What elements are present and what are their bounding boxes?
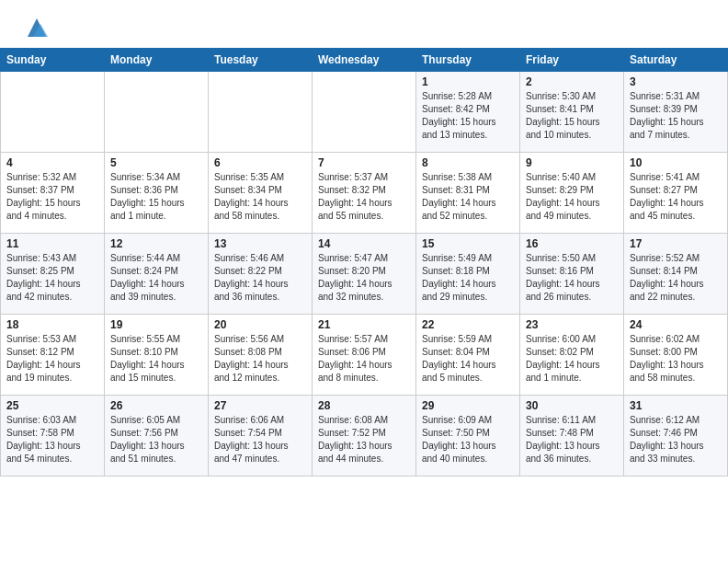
day-number: 17 (630, 237, 722, 250)
day-number: 26 (110, 399, 202, 412)
calendar-day-cell: 4Sunrise: 5:32 AM Sunset: 8:37 PM Daylig… (1, 153, 105, 234)
logo (18, 15, 50, 40)
calendar-week-row: 11Sunrise: 5:43 AM Sunset: 8:25 PM Dayli… (1, 234, 728, 315)
calendar-day-cell: 18Sunrise: 5:53 AM Sunset: 8:12 PM Dayli… (1, 315, 105, 396)
calendar-day-cell (105, 72, 209, 153)
day-info: Sunrise: 6:02 AM Sunset: 8:00 PM Dayligh… (630, 333, 722, 385)
calendar-day-cell: 17Sunrise: 5:52 AM Sunset: 8:14 PM Dayli… (624, 234, 728, 315)
calendar-day-cell: 23Sunrise: 6:00 AM Sunset: 8:02 PM Dayli… (520, 315, 624, 396)
calendar-day-cell: 30Sunrise: 6:11 AM Sunset: 7:48 PM Dayli… (520, 396, 624, 477)
day-info: Sunrise: 5:43 AM Sunset: 8:25 PM Dayligh… (6, 252, 98, 304)
day-number: 4 (6, 156, 98, 169)
day-number: 25 (6, 399, 98, 412)
calendar-day-cell: 7Sunrise: 5:37 AM Sunset: 8:32 PM Daylig… (313, 153, 416, 234)
day-number: 16 (526, 237, 618, 250)
day-number: 5 (110, 156, 202, 169)
day-info: Sunrise: 5:31 AM Sunset: 8:39 PM Dayligh… (630, 90, 722, 142)
day-number: 18 (6, 318, 98, 331)
page-header (0, 0, 728, 48)
day-number: 24 (630, 318, 722, 331)
calendar-header-row: SundayMondayTuesdayWednesdayThursdayFrid… (1, 49, 728, 72)
day-info: Sunrise: 5:49 AM Sunset: 8:18 PM Dayligh… (422, 252, 514, 304)
calendar-day-cell: 5Sunrise: 5:34 AM Sunset: 8:36 PM Daylig… (105, 153, 209, 234)
calendar-day-cell (313, 72, 416, 153)
day-number: 19 (110, 318, 202, 331)
calendar-day-cell (209, 72, 313, 153)
calendar-day-cell: 20Sunrise: 5:56 AM Sunset: 8:08 PM Dayli… (209, 315, 313, 396)
calendar-day-cell: 22Sunrise: 5:59 AM Sunset: 8:04 PM Dayli… (416, 315, 520, 396)
day-number: 2 (526, 75, 618, 88)
weekday-header-tuesday: Tuesday (209, 49, 313, 72)
calendar-day-cell: 2Sunrise: 5:30 AM Sunset: 8:41 PM Daylig… (520, 72, 624, 153)
day-number: 30 (526, 399, 618, 412)
calendar-day-cell: 21Sunrise: 5:57 AM Sunset: 8:06 PM Dayli… (313, 315, 416, 396)
day-number: 20 (214, 318, 306, 331)
day-number: 7 (318, 156, 410, 169)
weekday-header-sunday: Sunday (1, 49, 105, 72)
calendar-day-cell: 12Sunrise: 5:44 AM Sunset: 8:24 PM Dayli… (105, 234, 209, 315)
calendar-day-cell: 1Sunrise: 5:28 AM Sunset: 8:42 PM Daylig… (416, 72, 520, 153)
calendar-day-cell: 13Sunrise: 5:46 AM Sunset: 8:22 PM Dayli… (209, 234, 313, 315)
day-info: Sunrise: 5:38 AM Sunset: 8:31 PM Dayligh… (422, 171, 514, 223)
calendar-day-cell: 15Sunrise: 5:49 AM Sunset: 8:18 PM Dayli… (416, 234, 520, 315)
calendar-day-cell: 28Sunrise: 6:08 AM Sunset: 7:52 PM Dayli… (313, 396, 416, 477)
day-info: Sunrise: 5:37 AM Sunset: 8:32 PM Dayligh… (318, 171, 410, 223)
day-info: Sunrise: 5:28 AM Sunset: 8:42 PM Dayligh… (422, 90, 514, 142)
calendar-day-cell: 8Sunrise: 5:38 AM Sunset: 8:31 PM Daylig… (416, 153, 520, 234)
day-number: 8 (422, 156, 514, 169)
weekday-header-thursday: Thursday (416, 49, 520, 72)
calendar-day-cell: 27Sunrise: 6:06 AM Sunset: 7:54 PM Dayli… (209, 396, 313, 477)
calendar-day-cell: 16Sunrise: 5:50 AM Sunset: 8:16 PM Dayli… (520, 234, 624, 315)
day-info: Sunrise: 5:34 AM Sunset: 8:36 PM Dayligh… (110, 171, 202, 223)
day-info: Sunrise: 6:06 AM Sunset: 7:54 PM Dayligh… (214, 414, 306, 465)
day-info: Sunrise: 5:41 AM Sunset: 8:27 PM Dayligh… (630, 171, 722, 223)
day-info: Sunrise: 6:08 AM Sunset: 7:52 PM Dayligh… (318, 414, 410, 465)
weekday-header-saturday: Saturday (624, 49, 728, 72)
day-info: Sunrise: 6:00 AM Sunset: 8:02 PM Dayligh… (526, 333, 618, 385)
day-info: Sunrise: 6:09 AM Sunset: 7:50 PM Dayligh… (422, 414, 514, 465)
day-number: 29 (422, 399, 514, 412)
calendar-day-cell (1, 72, 105, 153)
calendar-table: SundayMondayTuesdayWednesdayThursdayFrid… (0, 48, 728, 477)
day-info: Sunrise: 5:53 AM Sunset: 8:12 PM Dayligh… (6, 333, 98, 385)
day-info: Sunrise: 5:46 AM Sunset: 8:22 PM Dayligh… (214, 252, 306, 304)
calendar-week-row: 1Sunrise: 5:28 AM Sunset: 8:42 PM Daylig… (1, 72, 728, 153)
weekday-header-friday: Friday (520, 49, 624, 72)
calendar-day-cell: 29Sunrise: 6:09 AM Sunset: 7:50 PM Dayli… (416, 396, 520, 477)
day-number: 3 (630, 75, 722, 88)
calendar-week-row: 18Sunrise: 5:53 AM Sunset: 8:12 PM Dayli… (1, 315, 728, 396)
weekday-header-wednesday: Wednesday (313, 49, 416, 72)
calendar-week-row: 25Sunrise: 6:03 AM Sunset: 7:58 PM Dayli… (1, 396, 728, 477)
day-info: Sunrise: 5:32 AM Sunset: 8:37 PM Dayligh… (6, 171, 98, 223)
day-number: 22 (422, 318, 514, 331)
calendar-day-cell: 24Sunrise: 6:02 AM Sunset: 8:00 PM Dayli… (624, 315, 728, 396)
day-info: Sunrise: 5:52 AM Sunset: 8:14 PM Dayligh… (630, 252, 722, 304)
logo-icon (24, 15, 50, 40)
day-info: Sunrise: 6:05 AM Sunset: 7:56 PM Dayligh… (110, 414, 202, 465)
day-number: 15 (422, 237, 514, 250)
day-number: 23 (526, 318, 618, 331)
day-info: Sunrise: 5:59 AM Sunset: 8:04 PM Dayligh… (422, 333, 514, 385)
day-number: 12 (110, 237, 202, 250)
calendar-day-cell: 26Sunrise: 6:05 AM Sunset: 7:56 PM Dayli… (105, 396, 209, 477)
calendar-day-cell: 3Sunrise: 5:31 AM Sunset: 8:39 PM Daylig… (624, 72, 728, 153)
day-info: Sunrise: 5:30 AM Sunset: 8:41 PM Dayligh… (526, 90, 618, 142)
day-info: Sunrise: 5:44 AM Sunset: 8:24 PM Dayligh… (110, 252, 202, 304)
day-info: Sunrise: 6:03 AM Sunset: 7:58 PM Dayligh… (6, 414, 98, 465)
calendar-day-cell: 19Sunrise: 5:55 AM Sunset: 8:10 PM Dayli… (105, 315, 209, 396)
day-number: 1 (422, 75, 514, 88)
day-number: 28 (318, 399, 410, 412)
day-info: Sunrise: 5:57 AM Sunset: 8:06 PM Dayligh… (318, 333, 410, 385)
day-info: Sunrise: 5:55 AM Sunset: 8:10 PM Dayligh… (110, 333, 202, 385)
calendar-day-cell: 11Sunrise: 5:43 AM Sunset: 8:25 PM Dayli… (1, 234, 105, 315)
calendar-day-cell: 6Sunrise: 5:35 AM Sunset: 8:34 PM Daylig… (209, 153, 313, 234)
calendar-week-row: 4Sunrise: 5:32 AM Sunset: 8:37 PM Daylig… (1, 153, 728, 234)
day-number: 27 (214, 399, 306, 412)
day-info: Sunrise: 5:40 AM Sunset: 8:29 PM Dayligh… (526, 171, 618, 223)
calendar-day-cell: 14Sunrise: 5:47 AM Sunset: 8:20 PM Dayli… (313, 234, 416, 315)
day-info: Sunrise: 6:12 AM Sunset: 7:46 PM Dayligh… (630, 414, 722, 465)
day-number: 10 (630, 156, 722, 169)
day-info: Sunrise: 5:50 AM Sunset: 8:16 PM Dayligh… (526, 252, 618, 304)
day-info: Sunrise: 6:11 AM Sunset: 7:48 PM Dayligh… (526, 414, 618, 465)
calendar-day-cell: 9Sunrise: 5:40 AM Sunset: 8:29 PM Daylig… (520, 153, 624, 234)
